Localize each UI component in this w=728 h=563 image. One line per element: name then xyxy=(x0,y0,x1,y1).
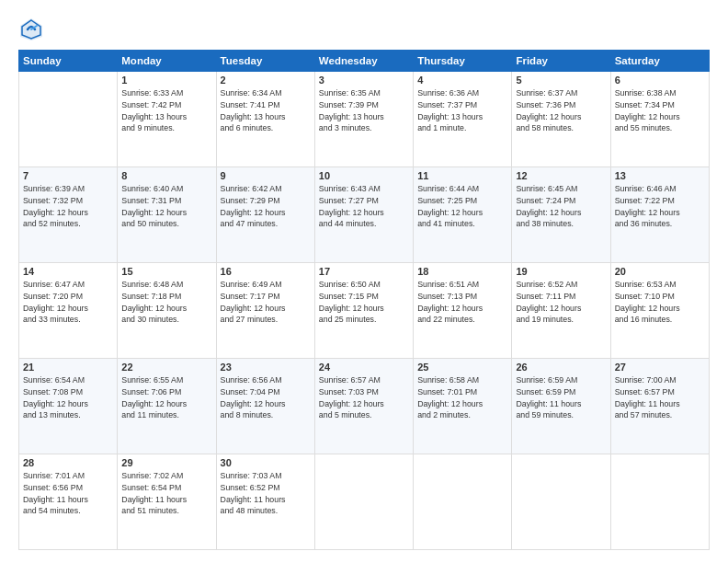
day-number: 26 xyxy=(516,362,606,373)
day-info: Sunrise: 6:51 AM Sunset: 7:13 PM Dayligh… xyxy=(417,279,507,326)
day-number: 12 xyxy=(516,170,606,181)
calendar-cell: 16Sunrise: 6:49 AM Sunset: 7:17 PM Dayli… xyxy=(216,263,314,359)
calendar-cell: 5Sunrise: 6:37 AM Sunset: 7:36 PM Daylig… xyxy=(512,72,610,167)
day-info: Sunrise: 6:33 AM Sunset: 7:42 PM Dayligh… xyxy=(121,87,211,134)
calendar-cell: 4Sunrise: 6:36 AM Sunset: 7:37 PM Daylig… xyxy=(414,72,512,167)
calendar-week-row: 14Sunrise: 6:47 AM Sunset: 7:20 PM Dayli… xyxy=(19,263,710,359)
calendar-cell: 22Sunrise: 6:55 AM Sunset: 7:06 PM Dayli… xyxy=(118,359,216,454)
calendar-cell xyxy=(512,454,610,550)
weekday-header-wednesday: Wednesday xyxy=(314,51,413,72)
calendar-cell: 20Sunrise: 6:53 AM Sunset: 7:10 PM Dayli… xyxy=(610,263,709,359)
calendar-week-row: 7Sunrise: 6:39 AM Sunset: 7:32 PM Daylig… xyxy=(19,167,710,263)
day-info: Sunrise: 6:36 AM Sunset: 7:37 PM Dayligh… xyxy=(417,87,507,134)
day-number: 2 xyxy=(221,75,311,86)
day-number: 11 xyxy=(417,170,507,181)
calendar-cell: 3Sunrise: 6:35 AM Sunset: 7:39 PM Daylig… xyxy=(314,72,413,167)
day-info: Sunrise: 6:46 AM Sunset: 7:22 PM Dayligh… xyxy=(615,183,705,230)
calendar-cell xyxy=(414,454,512,550)
day-info: Sunrise: 6:38 AM Sunset: 7:34 PM Dayligh… xyxy=(615,87,705,134)
weekday-header-row: SundayMondayTuesdayWednesdayThursdayFrid… xyxy=(19,51,710,72)
day-number: 8 xyxy=(121,170,211,181)
day-number: 25 xyxy=(417,362,507,373)
day-number: 24 xyxy=(319,362,409,373)
day-info: Sunrise: 7:02 AM Sunset: 6:54 PM Dayligh… xyxy=(121,470,211,517)
day-info: Sunrise: 6:39 AM Sunset: 7:32 PM Dayligh… xyxy=(23,183,113,230)
day-info: Sunrise: 6:34 AM Sunset: 7:41 PM Dayligh… xyxy=(221,87,311,134)
weekday-header-thursday: Thursday xyxy=(414,51,512,72)
calendar-cell: 24Sunrise: 6:57 AM Sunset: 7:03 PM Dayli… xyxy=(314,359,413,454)
day-number: 22 xyxy=(121,362,211,373)
day-number: 6 xyxy=(615,75,705,86)
calendar-cell: 29Sunrise: 7:02 AM Sunset: 6:54 PM Dayli… xyxy=(118,454,216,550)
calendar-cell: 15Sunrise: 6:48 AM Sunset: 7:18 PM Dayli… xyxy=(118,263,216,359)
weekday-header-monday: Monday xyxy=(118,51,216,72)
calendar-cell: 11Sunrise: 6:44 AM Sunset: 7:25 PM Dayli… xyxy=(414,167,512,263)
day-number: 16 xyxy=(221,266,311,277)
day-info: Sunrise: 7:01 AM Sunset: 6:56 PM Dayligh… xyxy=(23,470,113,517)
calendar-cell xyxy=(19,72,118,167)
day-number: 30 xyxy=(221,457,311,468)
day-number: 5 xyxy=(516,75,606,86)
calendar-cell xyxy=(314,454,413,550)
day-info: Sunrise: 6:47 AM Sunset: 7:20 PM Dayligh… xyxy=(23,279,113,326)
calendar-cell: 12Sunrise: 6:45 AM Sunset: 7:24 PM Dayli… xyxy=(512,167,610,263)
calendar-cell: 17Sunrise: 6:50 AM Sunset: 7:15 PM Dayli… xyxy=(314,263,413,359)
day-info: Sunrise: 6:58 AM Sunset: 7:01 PM Dayligh… xyxy=(417,374,507,421)
calendar-cell: 13Sunrise: 6:46 AM Sunset: 7:22 PM Dayli… xyxy=(610,167,709,263)
day-info: Sunrise: 6:52 AM Sunset: 7:11 PM Dayligh… xyxy=(516,279,606,326)
day-number: 7 xyxy=(23,170,113,181)
day-info: Sunrise: 6:37 AM Sunset: 7:36 PM Dayligh… xyxy=(516,87,606,134)
calendar-cell: 27Sunrise: 7:00 AM Sunset: 6:57 PM Dayli… xyxy=(610,359,709,454)
calendar-cell: 10Sunrise: 6:43 AM Sunset: 7:27 PM Dayli… xyxy=(314,167,413,263)
day-info: Sunrise: 6:59 AM Sunset: 6:59 PM Dayligh… xyxy=(516,374,606,421)
calendar-cell: 7Sunrise: 6:39 AM Sunset: 7:32 PM Daylig… xyxy=(19,167,118,263)
day-number: 3 xyxy=(319,75,409,86)
day-number: 29 xyxy=(121,457,211,468)
day-number: 15 xyxy=(121,266,211,277)
day-number: 1 xyxy=(121,75,211,86)
day-info: Sunrise: 6:57 AM Sunset: 7:03 PM Dayligh… xyxy=(319,374,409,421)
day-number: 4 xyxy=(417,75,507,86)
logo-icon xyxy=(18,17,44,42)
calendar-cell: 23Sunrise: 6:56 AM Sunset: 7:04 PM Dayli… xyxy=(216,359,314,454)
day-info: Sunrise: 6:43 AM Sunset: 7:27 PM Dayligh… xyxy=(319,183,409,230)
calendar-cell: 14Sunrise: 6:47 AM Sunset: 7:20 PM Dayli… xyxy=(19,263,118,359)
calendar-cell xyxy=(610,454,709,550)
day-number: 21 xyxy=(23,362,113,373)
calendar-cell: 8Sunrise: 6:40 AM Sunset: 7:31 PM Daylig… xyxy=(118,167,216,263)
weekday-header-sunday: Sunday xyxy=(19,51,118,72)
calendar-cell: 1Sunrise: 6:33 AM Sunset: 7:42 PM Daylig… xyxy=(118,72,216,167)
day-number: 19 xyxy=(516,266,606,277)
calendar-week-row: 28Sunrise: 7:01 AM Sunset: 6:56 PM Dayli… xyxy=(19,454,710,550)
day-number: 17 xyxy=(319,266,409,277)
day-info: Sunrise: 6:40 AM Sunset: 7:31 PM Dayligh… xyxy=(121,183,211,230)
day-info: Sunrise: 7:00 AM Sunset: 6:57 PM Dayligh… xyxy=(615,374,705,421)
day-info: Sunrise: 6:49 AM Sunset: 7:17 PM Dayligh… xyxy=(221,279,311,326)
day-info: Sunrise: 6:45 AM Sunset: 7:24 PM Dayligh… xyxy=(516,183,606,230)
weekday-header-tuesday: Tuesday xyxy=(216,51,314,72)
day-number: 23 xyxy=(221,362,311,373)
day-number: 20 xyxy=(615,266,705,277)
day-number: 28 xyxy=(23,457,113,468)
calendar-cell: 19Sunrise: 6:52 AM Sunset: 7:11 PM Dayli… xyxy=(512,263,610,359)
day-info: Sunrise: 6:53 AM Sunset: 7:10 PM Dayligh… xyxy=(615,279,705,326)
day-number: 14 xyxy=(23,266,113,277)
day-info: Sunrise: 6:48 AM Sunset: 7:18 PM Dayligh… xyxy=(121,279,211,326)
day-info: Sunrise: 6:56 AM Sunset: 7:04 PM Dayligh… xyxy=(221,374,311,421)
day-info: Sunrise: 6:50 AM Sunset: 7:15 PM Dayligh… xyxy=(319,279,409,326)
calendar-cell: 9Sunrise: 6:42 AM Sunset: 7:29 PM Daylig… xyxy=(216,167,314,263)
calendar-cell: 6Sunrise: 6:38 AM Sunset: 7:34 PM Daylig… xyxy=(610,72,709,167)
weekday-header-friday: Friday xyxy=(512,51,610,72)
calendar-week-row: 21Sunrise: 6:54 AM Sunset: 7:08 PM Dayli… xyxy=(19,359,710,454)
calendar-cell: 25Sunrise: 6:58 AM Sunset: 7:01 PM Dayli… xyxy=(414,359,512,454)
day-number: 27 xyxy=(615,362,705,373)
page: SundayMondayTuesdayWednesdayThursdayFrid… xyxy=(0,0,728,563)
calendar-cell: 28Sunrise: 7:01 AM Sunset: 6:56 PM Dayli… xyxy=(19,454,118,550)
day-number: 9 xyxy=(221,170,311,181)
calendar-table: SundayMondayTuesdayWednesdayThursdayFrid… xyxy=(18,50,710,550)
calendar-cell: 26Sunrise: 6:59 AM Sunset: 6:59 PM Dayli… xyxy=(512,359,610,454)
day-info: Sunrise: 6:55 AM Sunset: 7:06 PM Dayligh… xyxy=(121,374,211,421)
day-number: 13 xyxy=(615,170,705,181)
day-info: Sunrise: 6:42 AM Sunset: 7:29 PM Dayligh… xyxy=(221,183,311,230)
day-info: Sunrise: 6:54 AM Sunset: 7:08 PM Dayligh… xyxy=(23,374,113,421)
